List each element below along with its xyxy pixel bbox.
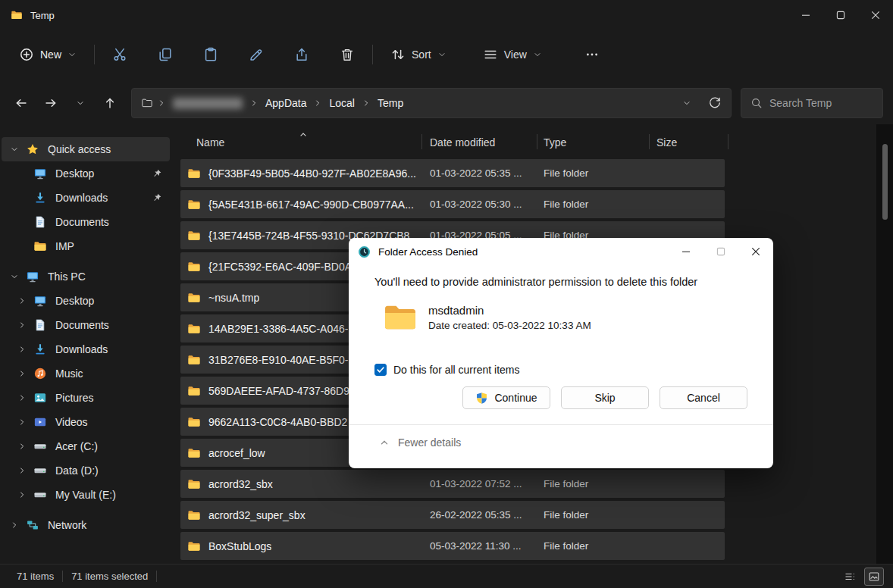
address-bar[interactable]: AppDataLocalTemp	[131, 88, 732, 118]
file-row[interactable]: BoxStubLogs05-03-2022 11:30 ...File fold…	[180, 532, 725, 560]
sort-button[interactable]: Sort	[382, 40, 455, 69]
close-button[interactable]	[858, 0, 893, 30]
sidebar-item-videos[interactable]: Videos	[2, 410, 170, 434]
sidebar-item-desktop[interactable]: Desktop	[2, 289, 170, 313]
file-row[interactable]: acrord32_sbx01-03-2022 07:52 ...File fol…	[180, 470, 725, 498]
file-row[interactable]: {0F33BF49-5B05-44B0-927F-AB02E8A96...01-…	[180, 159, 725, 187]
sidebar-item-music[interactable]: Music	[2, 361, 170, 386]
paste-button[interactable]	[195, 40, 227, 69]
recent-locations-button[interactable]	[67, 90, 94, 116]
sidebar-item-acer-c[interactable]: Acer (C:)	[2, 434, 170, 458]
this-pc-children: DesktopDocumentsDownloadsMusicPicturesVi…	[0, 289, 174, 507]
sidebar-item-documents[interactable]: Documents	[2, 313, 170, 337]
dialog-minimize-button[interactable]	[669, 238, 703, 265]
delete-button[interactable]	[331, 40, 363, 69]
paste-icon	[203, 47, 218, 62]
file-row[interactable]: {5A5E431B-6617-49AC-990D-CB0977AA...01-0…	[180, 190, 725, 218]
refresh-icon[interactable]	[708, 96, 722, 110]
column-header-name[interactable]: Name	[196, 136, 224, 149]
continue-label: Continue	[494, 392, 537, 404]
chevron-right-icon[interactable]	[12, 345, 32, 354]
dialog-checkbox-label[interactable]: Do this for all current items	[393, 364, 520, 376]
forward-icon	[44, 96, 58, 110]
cut-button[interactable]	[104, 40, 136, 69]
details-view-button[interactable]	[840, 568, 860, 586]
breadcrumb-segment-appdata[interactable]: AppData	[262, 95, 309, 111]
continue-button[interactable]: Continue	[462, 386, 550, 409]
sidebar-item-desktop[interactable]: Desktop	[2, 161, 170, 186]
sidebar-item-downloads[interactable]: Downloads	[2, 186, 170, 210]
uac-shield-icon	[475, 392, 488, 405]
column-divider[interactable]	[728, 134, 728, 149]
sidebar-item-network[interactable]: Network	[2, 513, 170, 537]
sidebar-item-quick-access[interactable]: Quick access	[2, 137, 170, 161]
sidebar-item-label: IMP	[55, 240, 74, 252]
chevron-right-icon[interactable]	[12, 466, 32, 475]
chevron-down-icon	[76, 99, 85, 108]
window-title: Temp	[30, 10, 55, 21]
sidebar-item-my-vault-e[interactable]: My Vault (E:)	[2, 483, 170, 507]
folder-icon	[187, 477, 201, 491]
up-button[interactable]	[96, 90, 124, 116]
chevron-down-icon[interactable]	[5, 272, 24, 281]
chevron-down-icon[interactable]	[5, 145, 24, 154]
back-button[interactable]	[8, 90, 35, 116]
redacted-user-segment[interactable]	[173, 98, 243, 109]
column-divider[interactable]	[537, 134, 537, 149]
breadcrumb-segment-local[interactable]: Local	[326, 95, 357, 111]
thumbnail-view-button[interactable]	[864, 568, 884, 586]
column-divider[interactable]	[649, 134, 650, 149]
more-icon	[584, 47, 600, 62]
cancel-button[interactable]: Cancel	[660, 386, 747, 409]
chevron-right-icon[interactable]	[12, 490, 32, 499]
column-divider[interactable]	[421, 134, 422, 149]
file-name: 569DAEEE-AFAD-4737-86D9	[208, 385, 349, 397]
sidebar-item-label: Desktop	[55, 167, 94, 180]
file-row[interactable]: acrord32_super_sbx26-02-2022 05:35 ...Fi…	[180, 501, 725, 529]
sidebar-item-label: This PC	[48, 271, 86, 283]
minimize-button[interactable]	[788, 0, 823, 30]
chevron-right-icon[interactable]	[5, 521, 24, 530]
see-more-button[interactable]	[576, 40, 608, 69]
search-box[interactable]: Search Temp	[741, 88, 883, 118]
scrollbar-track[interactable]	[876, 124, 893, 564]
share-icon	[294, 47, 309, 62]
breadcrumb-segment-temp[interactable]: Temp	[374, 95, 406, 111]
rename-button[interactable]	[240, 40, 272, 69]
sidebar-item-downloads[interactable]: Downloads	[2, 337, 170, 361]
forward-button[interactable]	[37, 90, 64, 116]
dialog-close-button[interactable]	[738, 238, 773, 265]
new-button[interactable]: New	[11, 40, 85, 69]
chevron-right-icon[interactable]	[12, 296, 32, 305]
folder-icon	[187, 229, 201, 242]
sidebar-item-data-d[interactable]: Data (D:)	[2, 458, 170, 483]
dialog-checkbox[interactable]	[374, 364, 387, 376]
view-button[interactable]: View	[475, 40, 550, 69]
dialog-title-bar: Folder Access Denied	[349, 238, 773, 265]
file-type: File folder	[544, 509, 588, 521]
chevron-right-icon[interactable]	[12, 418, 32, 427]
column-header-date-modified[interactable]: Date modified	[430, 136, 495, 149]
chevron-right-icon[interactable]	[12, 369, 32, 378]
close-icon	[871, 11, 880, 20]
chevron-right-icon[interactable]	[12, 442, 32, 451]
share-button[interactable]	[286, 40, 318, 69]
address-bar-right	[682, 96, 722, 110]
details-toggle[interactable]: Fewer details	[349, 425, 773, 449]
sidebar-item-pictures[interactable]: Pictures	[2, 386, 170, 410]
sidebar-item-this-pc[interactable]: This PC	[2, 264, 170, 289]
chevron-right-icon[interactable]	[12, 393, 32, 402]
address-dropdown-icon[interactable]	[682, 99, 691, 108]
column-header-size[interactable]: Size	[656, 136, 677, 149]
file-type: File folder	[544, 540, 588, 552]
column-header-type[interactable]: Type	[544, 136, 566, 149]
sidebar-item-imp[interactable]: IMP	[2, 234, 170, 258]
skip-button[interactable]: Skip	[561, 386, 649, 409]
maximize-button[interactable]	[823, 0, 858, 30]
chevron-right-icon[interactable]	[12, 321, 32, 330]
scrollbar-thumb[interactable]	[882, 144, 888, 220]
sidebar-item-documents[interactable]: Documents	[2, 210, 170, 234]
view-label: View	[504, 48, 527, 61]
copy-button[interactable]	[149, 40, 181, 69]
breadcrumb-separator-icon	[362, 99, 371, 108]
